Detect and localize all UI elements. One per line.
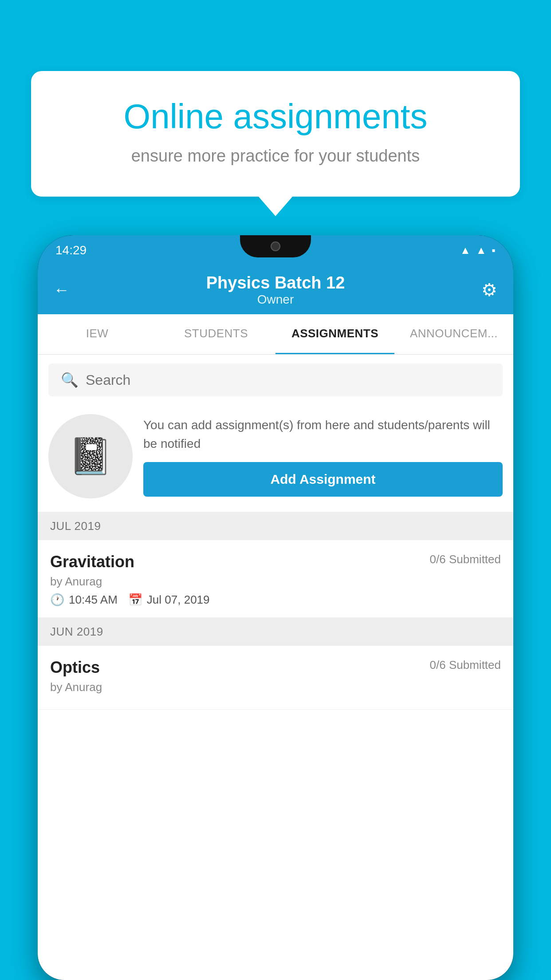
- battery-icon: ▪: [492, 244, 496, 257]
- tab-students[interactable]: STUDENTS: [157, 314, 276, 354]
- search-input[interactable]: [86, 372, 490, 388]
- bubble-title: Online assignments: [62, 98, 489, 136]
- clock-icon: 🕐: [50, 593, 64, 607]
- notch: [240, 235, 311, 257]
- assignment-name-optics: Optics: [50, 658, 100, 677]
- promo-description: You can add assignment(s) from here and …: [143, 416, 503, 453]
- tab-iew[interactable]: IEW: [38, 314, 157, 354]
- bubble-subtitle: ensure more practice for your students: [62, 146, 489, 166]
- assignment-name: Gravitation: [50, 553, 134, 571]
- section-header-jul: JUL 2019: [38, 512, 513, 540]
- promo-right: You can add assignment(s) from here and …: [143, 416, 503, 497]
- signal-icon: ▲: [476, 244, 487, 257]
- assignment-meta: 🕐 10:45 AM 📅 Jul 07, 2019: [50, 593, 501, 607]
- search-icon: 🔍: [61, 371, 79, 388]
- search-bar[interactable]: 🔍: [48, 364, 503, 396]
- assignment-item-optics[interactable]: Optics 0/6 Submitted by Anurag: [38, 646, 513, 710]
- assignment-time: 🕐 10:45 AM: [50, 593, 118, 607]
- section-header-jun: JUN 2019: [38, 618, 513, 646]
- assignment-submitted-optics: 0/6 Submitted: [430, 658, 501, 672]
- promo-icon-circle: 📓: [48, 414, 133, 498]
- app-header: ← Physics Batch 12 Owner ⚙: [38, 265, 513, 314]
- assignment-item-gravitation[interactable]: Gravitation 0/6 Submitted by Anurag 🕐 10…: [38, 540, 513, 618]
- tab-assignments[interactable]: ASSIGNMENTS: [276, 314, 394, 354]
- phone-frame: 14:29 ▲ ▲ ▪ ← Physics Batch 12 Owner ⚙ I…: [38, 235, 513, 980]
- camera-notch: [271, 241, 280, 251]
- speech-bubble-wrapper: Online assignments ensure more practice …: [31, 71, 520, 197]
- tabs-bar: IEW STUDENTS ASSIGNMENTS ANNOUNCEM...: [38, 314, 513, 355]
- content-area: 🔍 📓 You can add assignment(s) from here …: [38, 355, 513, 980]
- assignment-by-optics: by Anurag: [50, 680, 501, 694]
- wifi-icon: ▲: [460, 244, 471, 257]
- assignment-date: 📅 Jul 07, 2019: [128, 593, 210, 607]
- assignment-top-optics: Optics 0/6 Submitted: [50, 658, 501, 677]
- assignment-time-value: 10:45 AM: [69, 593, 118, 607]
- assignment-date-value: Jul 07, 2019: [147, 593, 210, 607]
- assignment-top: Gravitation 0/6 Submitted: [50, 553, 501, 571]
- speech-bubble: Online assignments ensure more practice …: [31, 71, 520, 197]
- assignment-by: by Anurag: [50, 575, 501, 589]
- add-assignment-button[interactable]: Add Assignment: [143, 462, 503, 497]
- back-button[interactable]: ←: [54, 281, 70, 299]
- assignment-submitted: 0/6 Submitted: [430, 553, 501, 566]
- notebook-icon: 📓: [68, 435, 113, 477]
- calendar-icon: 📅: [128, 593, 142, 607]
- tab-announcements[interactable]: ANNOUNCEM...: [394, 314, 513, 354]
- batch-subtitle: Owner: [70, 292, 481, 307]
- batch-title: Physics Batch 12: [70, 273, 481, 292]
- header-title-group: Physics Batch 12 Owner: [70, 273, 481, 307]
- status-bar: 14:29 ▲ ▲ ▪: [38, 235, 513, 265]
- status-time: 14:29: [55, 243, 87, 257]
- settings-icon[interactable]: ⚙: [481, 280, 497, 300]
- add-assignment-promo: 📓 You can add assignment(s) from here an…: [38, 405, 513, 512]
- status-icons: ▲ ▲ ▪: [460, 244, 496, 257]
